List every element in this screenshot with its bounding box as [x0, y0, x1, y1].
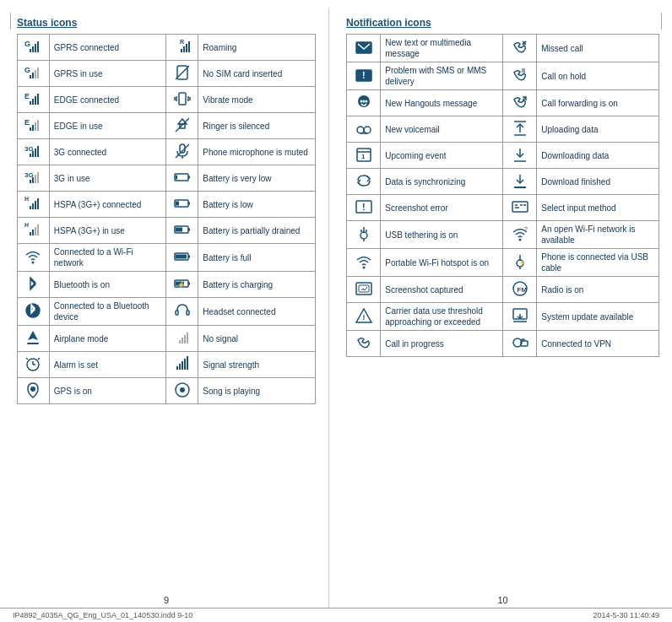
svg-point-105 — [365, 100, 367, 103]
system-update-label: System update available — [537, 303, 659, 331]
screenshot-captured-label: Screenshot captured — [381, 277, 503, 303]
roaming-icon: R — [166, 35, 198, 61]
screenshot-error-icon: ! — [347, 195, 381, 221]
notification-icons-title: Notification icons — [346, 17, 659, 29]
svg-rect-140 — [359, 285, 369, 292]
hspa-in-use-label: HSPA (3G+) in use — [49, 218, 166, 244]
table-row: ! Problem with SMS or MMS delivery II Ca… — [347, 62, 659, 90]
downloading-icon — [502, 143, 536, 169]
roaming-label: Roaming — [198, 35, 316, 61]
svg-point-132 — [518, 239, 521, 241]
carrier-threshold-icon: ! — [347, 303, 381, 331]
3g-in-use-icon: 3G — [18, 165, 50, 192]
call-in-progress-icon — [347, 331, 381, 357]
table-row: Connected to a Bluetooth device Headset … — [18, 298, 316, 326]
svg-rect-69 — [188, 256, 190, 258]
edge-in-use-label: EDGE in use — [49, 113, 166, 139]
svg-line-87 — [38, 358, 40, 360]
table-row: Connected to a Wi-Fi network Battery is … — [18, 244, 316, 272]
call-forwarding-icon — [502, 90, 536, 116]
wifi-connected-label: Connected to a Wi-Fi network — [49, 244, 166, 272]
uploading-label: Uploading data — [537, 116, 659, 143]
hspa-connected-label: HSPA (3G+) connected — [49, 192, 166, 218]
table-row: H HSPA (3G+) connected Battery is — [18, 192, 316, 218]
no-sim-label: No SIM card inserted — [198, 61, 316, 87]
svg-point-104 — [362, 100, 365, 103]
footer-left: IP4892_4035A_QG_Eng_USA_01_140530.indd 9… — [13, 611, 192, 619]
battery-low-label: Battery is low — [198, 192, 316, 218]
svg-text:H: H — [24, 196, 29, 202]
edge-connected-label: EDGE connected — [49, 87, 166, 113]
svg-text:!: ! — [362, 313, 365, 322]
carrier-threshold-label: Carrier data use threshold approaching o… — [381, 303, 503, 331]
3g-connected-icon: 3G — [18, 139, 50, 165]
missed-call-label: Missed call — [537, 35, 659, 62]
svg-text:E: E — [24, 92, 30, 100]
new-message-icon — [347, 35, 381, 62]
gps-on-icon — [18, 378, 50, 404]
svg-point-67 — [32, 262, 35, 264]
call-forwarding-label: Call forwarding is on — [537, 90, 659, 116]
svg-rect-76 — [176, 311, 178, 315]
table-row: ! Screenshot error Select input method — [347, 195, 659, 221]
svg-text:G: G — [24, 66, 30, 74]
svg-rect-57 — [188, 203, 190, 205]
svg-rect-70 — [176, 255, 187, 259]
svg-point-128 — [360, 232, 367, 239]
left-page-number: 9 — [17, 588, 316, 605]
voicemail-label: New voicemail — [381, 116, 503, 143]
open-wifi-label: An open Wi-Fi network is available — [537, 221, 659, 249]
upcoming-event-icon: 1 — [347, 143, 381, 169]
svg-rect-49 — [188, 176, 190, 179]
sms-problem-label: Problem with SMS or MMS delivery — [381, 62, 503, 90]
gprs-connected-label: GPRS connected — [49, 35, 166, 61]
svg-text:H: H — [24, 222, 29, 228]
select-input-icon — [502, 195, 536, 221]
status-icons-title: Status icons — [17, 17, 316, 29]
svg-line-86 — [26, 358, 28, 360]
edge-connected-icon: E — [18, 87, 50, 113]
3g-in-use-label: 3G in use — [49, 165, 166, 192]
svg-text:II: II — [522, 68, 525, 73]
svg-rect-78 — [27, 343, 39, 344]
bluetooth-on-icon — [18, 272, 50, 298]
download-finished-icon — [502, 169, 536, 195]
footer-bar: IP4892_4035A_QG_Eng_USA_01_140530.indd 9… — [0, 608, 672, 622]
battery-partial-label: Battery is partially drained — [198, 218, 316, 244]
battery-charging-icon: ⚡ — [166, 272, 198, 298]
headset-icon — [166, 298, 198, 326]
battery-low-icon — [166, 192, 198, 218]
song-playing-label: Song is playing — [198, 378, 316, 404]
ringer-silenced-label: Ringer is silenced — [198, 113, 316, 139]
upcoming-event-label: Upcoming event — [381, 143, 503, 169]
svg-text:!: ! — [362, 70, 366, 80]
right-page-number: 10 — [346, 588, 659, 605]
alarm-icon — [18, 352, 50, 378]
mic-muted-label: Phone microphone is muted — [198, 139, 316, 165]
table-row: Alarm is set Signal strength — [18, 352, 316, 378]
usb-tethering-label: USB tethering is on — [381, 221, 503, 249]
new-message-label: New text or multimedia message — [381, 35, 503, 62]
battery-partial-icon — [166, 218, 198, 244]
ringer-silenced-icon — [166, 113, 198, 139]
radio-on-label: Radio is on — [537, 277, 659, 303]
svg-point-93 — [30, 387, 35, 392]
table-row: Call in progress Connected to VPN — [347, 331, 659, 357]
gps-on-label: GPS is on — [49, 378, 166, 404]
syncing-icon — [347, 169, 381, 195]
svg-text:?: ? — [524, 226, 528, 232]
vpn-connected-label: Connected to VPN — [537, 331, 659, 357]
right-page: Notification icons New text or multimedi… — [329, 8, 672, 614]
svg-text:FM: FM — [517, 286, 527, 294]
uploading-icon — [502, 116, 536, 143]
table-row: G GPRS in use No SIM card inserted — [18, 61, 316, 87]
svg-text:!: ! — [362, 202, 366, 212]
table-row: New text or multimedia message Missed ca… — [347, 35, 659, 62]
mic-muted-icon — [166, 139, 198, 165]
table-row: H HSPA (3G+) in use Battery is pa — [18, 218, 316, 244]
svg-text:⚡: ⚡ — [518, 259, 525, 267]
syncing-label: Data is synchronizing — [381, 169, 503, 195]
svg-point-95 — [180, 387, 185, 392]
table-row: Screenshot captured FM Radio is on — [347, 277, 659, 303]
signal-strength-icon — [166, 352, 198, 378]
